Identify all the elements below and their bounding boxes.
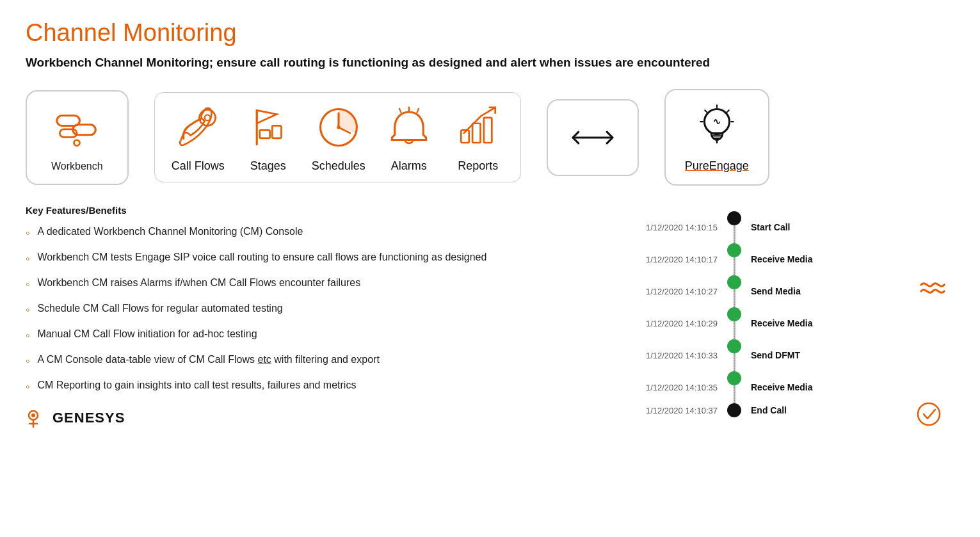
svg-point-37 bbox=[918, 403, 940, 425]
bullet-icon: ◦ bbox=[26, 303, 29, 317]
inner-icon-group: Call Flows Stages Schedules bbox=[154, 92, 521, 182]
workbench-icon-item[interactable]: Workbench bbox=[40, 103, 115, 172]
pure-engage-box[interactable]: PureEngage bbox=[664, 89, 769, 186]
timeline-connector-1 bbox=[734, 257, 735, 275]
alarms-item[interactable]: Alarms bbox=[377, 102, 441, 173]
stages-icon bbox=[243, 102, 294, 153]
svg-rect-12 bbox=[272, 125, 281, 138]
timeline-connector-4 bbox=[734, 353, 735, 371]
timeline-event-3: 1/12/2020 14:10:29 Receive Media bbox=[634, 307, 903, 339]
bullet-icon: ◦ bbox=[26, 355, 29, 368]
timestamp-3: 1/12/2020 14:10:29 bbox=[634, 319, 718, 328]
timestamp-4: 1/12/2020 14:10:33 bbox=[634, 351, 718, 360]
dot-col-5 bbox=[727, 371, 742, 403]
timeline-connector-0 bbox=[734, 225, 735, 243]
key-features-title: Key Features/Benefits bbox=[26, 205, 609, 216]
timestamp-6: 1/12/2020 14:10:37 bbox=[634, 406, 718, 415]
svg-line-18 bbox=[399, 109, 401, 113]
event-dot-1 bbox=[727, 243, 741, 257]
timeline-event-0: 1/12/2020 14:10:15 Start Call bbox=[634, 211, 903, 243]
timeline-connector-2 bbox=[734, 289, 735, 307]
features-section: Key Features/Benefits ◦ A dedicated Work… bbox=[26, 205, 609, 429]
list-item: ◦ CM Reporting to gain insights into cal… bbox=[26, 380, 609, 394]
arrow-separator bbox=[547, 99, 639, 176]
end-call-check bbox=[916, 401, 954, 429]
workbench-label: Workbench bbox=[51, 161, 103, 172]
dot-col-6 bbox=[727, 403, 742, 417]
list-item: ◦ A CM Console data-table view of CM Cal… bbox=[26, 354, 609, 368]
workbench-box: Workbench bbox=[26, 90, 129, 185]
event-dot-2 bbox=[727, 275, 741, 289]
left-right-arrow-icon bbox=[567, 122, 618, 154]
event-dot-0 bbox=[727, 211, 741, 225]
dot-col-0 bbox=[727, 211, 742, 243]
timeline-event-2: 1/12/2020 14:10:27 Send Media bbox=[634, 275, 903, 307]
genesys-logo-text: GENESYS bbox=[52, 410, 125, 426]
timeline-event-5: 1/12/2020 14:10:35 Receive Media bbox=[634, 371, 903, 403]
genesys-logo: GENESYS bbox=[26, 406, 609, 429]
timeline-connector-3 bbox=[734, 321, 735, 339]
bullet-icon: ◦ bbox=[26, 329, 29, 342]
event-label-0: Start Call bbox=[751, 222, 790, 232]
timeline-event-6: 1/12/2020 14:10:37 End Call bbox=[634, 403, 903, 417]
pure-engage-label: PureEngage bbox=[685, 159, 749, 173]
squiggle-icon bbox=[916, 272, 947, 303]
svg-point-34 bbox=[31, 413, 35, 417]
svg-point-3 bbox=[74, 140, 80, 145]
dot-col-3 bbox=[727, 307, 742, 339]
timeline-event-4: 1/12/2020 14:10:33 Send DFMT bbox=[634, 339, 903, 371]
stages-label: Stages bbox=[250, 159, 286, 173]
list-item: ◦ Manual CM Call Flow initiation for ad-… bbox=[26, 328, 609, 342]
call-flows-label: Call Flows bbox=[172, 159, 225, 173]
event-dot-5 bbox=[727, 371, 741, 385]
reports-icon bbox=[453, 102, 504, 153]
top-icons-section: Workbench Call Flows bbox=[26, 89, 954, 186]
svg-line-32 bbox=[727, 110, 729, 112]
schedules-item[interactable]: Schedules bbox=[305, 102, 372, 173]
timestamp-5: 1/12/2020 14:10:35 bbox=[634, 383, 718, 392]
call-flows-item[interactable]: Call Flows bbox=[165, 102, 231, 173]
timeline-connector-5 bbox=[734, 385, 735, 403]
schedules-label: Schedules bbox=[312, 159, 365, 173]
right-side-icons bbox=[916, 211, 954, 429]
event-dot-3 bbox=[727, 307, 741, 321]
event-label-3: Receive Media bbox=[751, 318, 813, 328]
reports-item[interactable]: Reports bbox=[446, 102, 510, 173]
dot-col-1 bbox=[727, 243, 742, 275]
alarms-icon bbox=[383, 102, 435, 153]
workbench-icon bbox=[51, 103, 102, 154]
svg-line-19 bbox=[417, 109, 419, 113]
timeline-area: 1/12/2020 14:10:15 Start Call 1/12/2020 … bbox=[634, 205, 954, 429]
timeline-section: 1/12/2020 14:10:15 Start Call 1/12/2020 … bbox=[634, 211, 903, 429]
event-label-1: Receive Media bbox=[751, 254, 813, 264]
svg-rect-21 bbox=[472, 124, 480, 143]
timestamp-2: 1/12/2020 14:10:27 bbox=[634, 287, 718, 296]
check-circle-icon bbox=[916, 401, 942, 427]
list-item: ◦ Workbench CM raises Alarms if/when CM … bbox=[26, 277, 609, 291]
timestamp-1: 1/12/2020 14:10:17 bbox=[634, 255, 718, 264]
send-media-squiggle bbox=[916, 272, 954, 305]
page-subtitle: Workbench Channel Monitoring; ensure cal… bbox=[26, 56, 954, 70]
svg-line-31 bbox=[705, 110, 707, 112]
svg-rect-22 bbox=[484, 118, 492, 143]
lightbulb-icon bbox=[691, 102, 743, 153]
dot-col-2 bbox=[727, 275, 742, 307]
stages-item[interactable]: Stages bbox=[236, 102, 300, 173]
bullet-icon: ◦ bbox=[26, 278, 29, 291]
dot-col-4 bbox=[727, 339, 742, 371]
bullet-icon: ◦ bbox=[26, 252, 29, 266]
bullet-icon: ◦ bbox=[26, 380, 29, 394]
schedules-icon bbox=[313, 102, 364, 153]
list-item: ◦ Workbench CM tests Engage SIP voice ca… bbox=[26, 252, 609, 266]
event-label-2: Send Media bbox=[751, 286, 801, 296]
feature-list: ◦ A dedicated Workbench Channel Monitori… bbox=[26, 226, 609, 394]
event-label-6: End Call bbox=[751, 405, 787, 415]
timeline-event-1: 1/12/2020 14:10:17 Receive Media bbox=[634, 243, 903, 275]
event-label-4: Send DFMT bbox=[751, 350, 800, 360]
page-title: Channel Monitoring bbox=[26, 19, 954, 47]
svg-point-5 bbox=[205, 115, 211, 120]
bullet-icon: ◦ bbox=[26, 227, 29, 240]
list-item: ◦ A dedicated Workbench Channel Monitori… bbox=[26, 226, 609, 240]
list-item: ◦ Schedule CM Call Flows for regular aut… bbox=[26, 303, 609, 317]
event-dot-6 bbox=[727, 403, 741, 417]
